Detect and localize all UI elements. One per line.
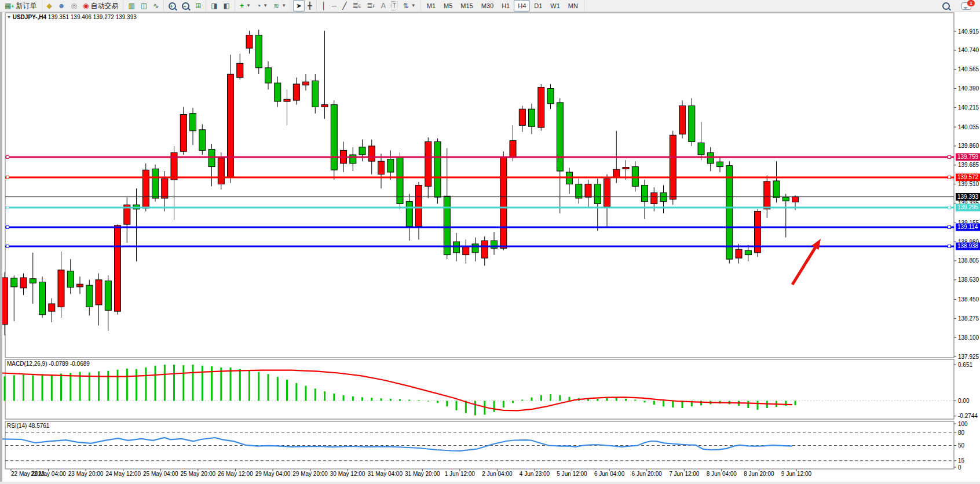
chat-button[interactable]: 1 [959,0,974,12]
autotrade-icon: ◉ [83,2,89,10]
bar-chart-button[interactable]: ▥ [125,0,137,12]
periodicity-icon: ◔ [257,2,261,10]
price-chart[interactable]: 140.915140.740140.565140.390140.215140.0… [2,12,980,482]
signal-button[interactable]: ◎ [68,0,79,12]
svg-text:26 May 12:00: 26 May 12:00 [218,471,253,477]
svg-text:139.572: 139.572 [957,174,979,180]
svg-text:31 May 04:00: 31 May 04:00 [367,471,403,477]
timeframe-button-m1[interactable]: M1 [423,0,440,12]
svg-text:6 Jun 20:00: 6 Jun 20:00 [632,471,663,477]
profile-button[interactable]: ☻ [55,0,68,12]
chart-title: ▼ USDJPY-,H4 139.351 139.406 139.272 139… [7,14,137,20]
candlestick-button[interactable]: ◫ [138,0,150,12]
vertical-line-icon: │ [321,2,326,10]
svg-text:140.740: 140.740 [958,47,979,53]
add-indicator-button[interactable]: +▼ [237,0,254,12]
svg-text:4 Jun 23:00: 4 Jun 23:00 [520,471,550,477]
periodicity-button[interactable]: ◔▼ [254,0,270,12]
crosshair-icon: ╋ [308,2,312,10]
tile-windows-button[interactable]: ⊞ [192,0,204,12]
svg-text:139.759: 139.759 [957,154,979,160]
timeframe-button-mn[interactable]: MN [564,0,582,12]
trendline-button[interactable]: ╱ [339,0,349,12]
svg-text:139.510: 139.510 [958,181,979,187]
svg-text:9 Jun 12:00: 9 Jun 12:00 [781,471,812,477]
svg-text:25 May 20:00: 25 May 20:00 [180,471,215,477]
svg-text:140.390: 140.390 [958,85,979,92]
signal-icon: ◎ [71,2,76,10]
svg-text:138.805: 138.805 [958,257,979,264]
svg-text:7 Jun 12:00: 7 Jun 12:00 [669,471,700,477]
svg-text:23 May 20:00: 23 May 20:00 [68,471,104,477]
template-button[interactable]: ≋▼ [270,0,289,12]
svg-text:140.565: 140.565 [958,66,979,72]
collapse-icon[interactable]: ▼ [7,15,11,19]
navigator-icon: ◧ [224,2,230,10]
svg-text:139.114: 139.114 [957,224,978,230]
crosshair-button[interactable]: ╋ [305,0,315,12]
fibo-e-button[interactable]: ≣E [350,0,364,12]
svg-text:24 May 12:00: 24 May 12:00 [105,471,141,477]
navigator-button[interactable]: ◧ [221,0,233,12]
svg-text:100: 100 [958,421,968,427]
svg-text:30 May 12:00: 30 May 12:00 [330,471,365,477]
svg-text:2 Jun 04:00: 2 Jun 04:00 [482,471,513,477]
macd-indicator-label: MACD(12,26,9) -0.0789 -0.0689 [7,361,90,367]
bar-chart-icon: ▥ [128,2,134,10]
new-order-icon: ▦+ [5,2,14,10]
svg-text:139.295: 139.295 [957,204,979,210]
candlestick-icon: ◫ [141,2,147,10]
svg-text:-0.2744: -0.2744 [958,413,978,419]
svg-text:8 Jun 04:00: 8 Jun 04:00 [707,471,737,477]
zoom-in-button[interactable]: + [166,0,179,12]
fibo-e-icon: ≣E [353,1,361,10]
profile-icon: ☻ [58,2,65,10]
line-chart-button[interactable]: ∿ [150,0,162,12]
svg-text:5 Jun 12:00: 5 Jun 12:00 [557,471,587,477]
arrows-tool-button[interactable]: ⇅▼ [400,0,419,12]
svg-text:139.860: 139.860 [958,143,979,149]
text-button[interactable]: A [378,0,389,12]
add-indicator-icon: + [240,2,244,10]
zoom-out-button[interactable]: − [179,0,192,12]
svg-text:31 May 20:00: 31 May 20:00 [405,471,440,477]
svg-text:8 Jun 20:00: 8 Jun 20:00 [744,471,774,477]
data-window-button[interactable]: ◨ [208,0,220,12]
svg-text:1 Jun 12:00: 1 Jun 12:00 [445,471,476,477]
text-icon: A [381,2,386,10]
svg-text:29 May 20:00: 29 May 20:00 [292,471,328,477]
timeframe-button-h1[interactable]: H1 [498,0,514,12]
text-label-button[interactable]: T [389,0,400,12]
timeframe-button-w1[interactable]: W1 [546,0,564,12]
chart-symbol: USDJPY-,H4 [13,14,46,20]
trendline-icon: ╱ [342,2,346,10]
autotrade-button[interactable]: ◉ 自动交易 [80,0,121,12]
arrows-icon: ⇅ [403,2,409,10]
svg-text:138.275: 138.275 [958,315,979,322]
timeframe-button-d1[interactable]: D1 [530,0,546,12]
zoom-out-icon: − [182,2,189,10]
search-button[interactable] [939,0,953,12]
svg-text:25 May 04:00: 25 May 04:00 [143,471,178,477]
svg-text:139.393: 139.393 [957,194,979,200]
chart-window[interactable]: 140.915140.740140.565140.390140.215140.0… [0,12,980,482]
main-toolbar: ▦+ 新订单 ◆ ☻ ◎ ◉ 自动交易 ▥ ◫ ∿ + − ⊞ ◨ ◧ [0,0,980,12]
timeframe-button-h4[interactable]: H4 [514,0,530,12]
timeframe-button-m5[interactable]: M5 [440,0,456,12]
cursor-button[interactable]: ➤ [293,0,305,12]
svg-text:0.00: 0.00 [958,398,970,404]
horizontal-line-icon: ─ [332,2,337,10]
new-order-button[interactable]: ▦+ 新订单 [2,0,40,12]
search-icon [942,2,950,10]
styler-button[interactable]: ◆ [44,0,55,12]
horizontal-line-button[interactable]: ─ [329,0,340,12]
svg-text:29 May 04:00: 29 May 04:00 [255,471,291,477]
tile-windows-icon: ⊞ [195,2,201,10]
time-axis: 22 May 202323 May 04:0023 May 20:0024 Ma… [11,469,812,477]
line-chart-icon: ∿ [153,2,159,10]
timeframe-button-m30[interactable]: M30 [477,0,498,12]
fibo-f-button[interactable]: ≣F [364,0,378,12]
vertical-line-button[interactable]: │ [319,0,329,12]
timeframe-button-m15[interactable]: M15 [456,0,477,12]
chart-ohlc: 139.351 139.406 139.272 139.393 [48,14,137,20]
